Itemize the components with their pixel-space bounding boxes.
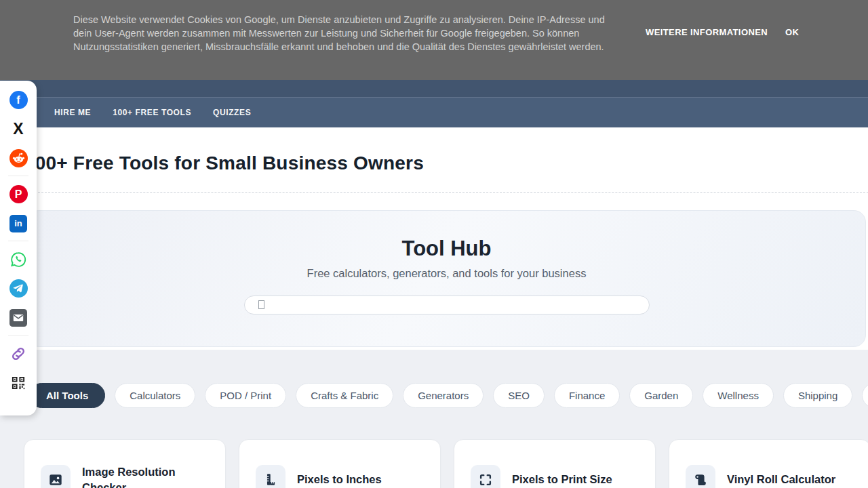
heading-divider <box>24 192 868 193</box>
filter-pill-all-tools[interactable]: All Tools <box>29 383 105 408</box>
filter-pill-food[interactable]: Food <box>862 383 868 408</box>
tool-card-title: Vinyl Roll Calculator <box>727 472 835 487</box>
email-share-icon[interactable] <box>9 308 28 327</box>
tool-card-pixels-to-print-size[interactable]: Pixels to Print Size <box>454 439 656 488</box>
filter-pill-generators[interactable]: Generators <box>403 383 484 408</box>
facebook-share-icon[interactable]: f <box>9 91 28 109</box>
tool-card-vinyl-roll-calculator[interactable]: Vinyl Roll Calculator <box>669 439 868 488</box>
share-sidebar-divider <box>8 335 28 336</box>
tool-cards-grid: Image Resolution CheckerPixels to Inches… <box>24 439 868 488</box>
filter-pill-pod-print[interactable]: POD / Print <box>205 383 286 408</box>
filter-pill-garden[interactable]: Garden <box>629 383 693 408</box>
copy-link-share-icon[interactable] <box>9 344 28 363</box>
image-icon <box>41 465 71 488</box>
page-title: 100+ Free Tools for Small Business Owner… <box>24 152 868 174</box>
qr-code-share-icon[interactable] <box>9 373 28 392</box>
site-header: HIRE ME100+ FREE TOOLSQUIZZES <box>0 80 868 127</box>
more-information-button[interactable]: WEITERE INFORMATIONEN <box>646 27 768 37</box>
filter-pill-wellness[interactable]: Wellness <box>703 383 774 408</box>
filter-pills-row: All ToolsCalculatorsPOD / PrintCrafts & … <box>29 383 868 408</box>
whatsapp-share-icon[interactable] <box>9 250 28 268</box>
search-wrap <box>244 296 650 314</box>
linkedin-share-icon[interactable]: in <box>9 214 28 232</box>
cookie-consent-banner: Diese Website verwendet Cookies von Goog… <box>0 0 868 80</box>
cookie-message: Diese Website verwendet Cookies von Goog… <box>73 13 616 54</box>
x-twitter-share-icon[interactable]: X <box>9 120 28 138</box>
filter-pill-calculators[interactable]: Calculators <box>115 383 195 408</box>
hero-title: Tool Hub <box>28 237 865 261</box>
search-missing-glyph-icon <box>258 300 264 309</box>
tool-card-title: Pixels to Inches <box>297 472 382 487</box>
ruler-icon <box>256 465 285 488</box>
tools-section: All ToolsCalculatorsPOD / PrintCrafts & … <box>0 350 868 488</box>
ok-button[interactable]: OK <box>785 27 799 37</box>
tool-card-pixels-to-inches[interactable]: Pixels to Inches <box>239 439 441 488</box>
reddit-share-icon[interactable] <box>9 149 28 167</box>
filter-pill-seo[interactable]: SEO <box>493 383 545 408</box>
header-top-strip <box>0 80 868 97</box>
share-sidebar-divider <box>8 176 28 176</box>
filter-pill-shipping[interactable]: Shipping <box>783 383 852 408</box>
main-nav: HIRE ME100+ FREE TOOLSQUIZZES <box>0 97 868 127</box>
nav-item-100-free-tools[interactable]: 100+ FREE TOOLS <box>113 108 191 117</box>
expand-icon <box>471 465 500 488</box>
tool-card-title: Image Resolution Checker <box>82 464 209 488</box>
telegram-share-icon[interactable] <box>9 279 28 298</box>
share-sidebar: fXPin <box>0 81 37 415</box>
nav-item-quizzes[interactable]: QUIZZES <box>213 108 251 117</box>
vinyl-roll-icon <box>686 465 715 488</box>
tool-search-input[interactable] <box>244 296 650 314</box>
nav-item-hire-me[interactable]: HIRE ME <box>54 108 91 117</box>
filter-pill-finance[interactable]: Finance <box>554 383 620 408</box>
cookie-actions: WEITERE INFORMATIONEN OK <box>646 27 799 37</box>
page-heading-section: 100+ Free Tools for Small Business Owner… <box>0 127 868 193</box>
share-sidebar-divider <box>8 241 28 241</box>
filter-pill-crafts-fabric[interactable]: Crafts & Fabric <box>296 383 393 408</box>
tool-card-image-resolution-checker[interactable]: Image Resolution Checker <box>24 439 226 488</box>
tool-hub-hero: Tool Hub Free calculators, generators, a… <box>27 210 866 347</box>
hero-subtitle: Free calculators, generators, and tools … <box>28 267 865 280</box>
tool-card-title: Pixels to Print Size <box>512 472 612 487</box>
pinterest-share-icon[interactable]: P <box>9 185 28 203</box>
